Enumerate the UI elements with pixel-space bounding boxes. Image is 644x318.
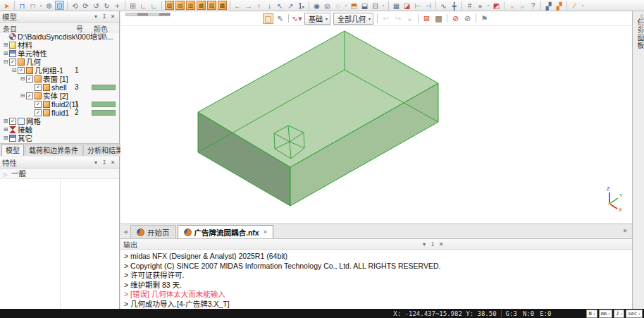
run-analysis[interactable]: ➤	[2, 1, 11, 10]
unit-length[interactable]: mm▾	[599, 310, 612, 318]
tree-item-geometry[interactable]: ⊟ ✓ 几何	[0, 58, 119, 66]
ucs-axis-1[interactable]: ∟	[139, 1, 148, 10]
view-left[interactable]: ▦	[197, 1, 206, 10]
tree-item-other[interactable]: ⊞ 其它	[0, 134, 119, 142]
tree-color-swatch[interactable]	[92, 110, 116, 116]
tree-expander-icon[interactable]: ⊞	[2, 49, 9, 58]
tree-item-fluid1[interactable]: ✓ fluid1 2	[0, 109, 119, 117]
pan-up[interactable]: ↑	[254, 1, 264, 10]
tree-checkbox[interactable]: ✓	[9, 59, 16, 66]
collapsed-arrow-icon[interactable]: ▷	[2, 170, 9, 180]
lock-open[interactable]: ⊓	[18, 1, 27, 10]
flag-tool[interactable]: ⚑	[479, 13, 490, 24]
panel-menu-icon[interactable]: ▾	[420, 241, 428, 247]
tree-item-project[interactable]: D:\BaiduSyncdisk\000培训\...	[0, 32, 119, 41]
tree-checkbox[interactable]: ✓	[26, 75, 33, 82]
query-info[interactable]: ?	[528, 1, 538, 10]
tab-scroll-right-icon[interactable]: ▶	[621, 224, 631, 237]
view-top[interactable]: ▤	[175, 1, 185, 10]
tree-color-swatch[interactable]	[92, 102, 116, 107]
rotate-left[interactable]: ⟲	[70, 1, 80, 10]
render-shaded-edges[interactable]: ◎	[323, 1, 332, 10]
selection-filter[interactable]: ∿▾	[292, 13, 302, 24]
rotate-right[interactable]: ⟳	[81, 1, 90, 10]
tree-expander-icon[interactable]: ⊞	[2, 126, 9, 134]
unit-time[interactable]: sec▾	[626, 310, 643, 318]
panel-pin-icon[interactable]: ↧	[100, 13, 109, 20]
tree-item-geometry-group-1[interactable]: ⊟ ✓ 几何组-1 1	[0, 66, 119, 75]
render-wireframe[interactable]: ◌	[333, 1, 342, 10]
contour-display[interactable]: ◩	[492, 1, 501, 10]
tree-item-contact[interactable]: ⊞ 接触	[0, 126, 119, 134]
pan-right[interactable]: →	[244, 1, 253, 10]
tree-item-mesh[interactable]: ⊞ ✓ 网格	[0, 117, 119, 126]
node-numbers[interactable]: ₙ	[507, 1, 516, 10]
tree-item-surface[interactable]: ⊟ ✓ 表面 [1]	[0, 75, 119, 83]
model-canvas[interactable]: Z Y X	[120, 26, 631, 224]
fluid-box[interactable]	[198, 31, 438, 206]
task-panel-strip[interactable]: 任务面板	[632, 11, 644, 309]
view-front[interactable]: ▥	[186, 1, 195, 10]
show-face[interactable]: ⬒	[349, 1, 359, 10]
tree-item-shell[interactable]: ✓ shell 3	[0, 83, 119, 92]
rotate-view-ccw[interactable]: ↖	[275, 1, 285, 10]
work-plane[interactable]: ◪	[402, 1, 411, 10]
check-topology[interactable]: ▞	[544, 1, 553, 10]
tree-checkbox[interactable]: ✓	[9, 118, 16, 125]
tab-loads-bc[interactable]: 载荷和边界条件	[25, 145, 82, 156]
mesh-tool[interactable]: ╋	[450, 1, 459, 10]
datum-axis-y[interactable]: ⊣	[423, 1, 433, 10]
viewport-3d[interactable]: Z Y X	[120, 26, 632, 224]
tree-expander-icon[interactable]: ⊟	[2, 58, 9, 66]
select-pick[interactable]: ⇖	[275, 13, 285, 24]
lock-closed[interactable]: ⊓	[28, 1, 37, 10]
ucs-axis-2[interactable]: ∟	[149, 1, 159, 10]
clip-plane-2[interactable]: ⊘	[462, 13, 473, 24]
select-target-combo[interactable]: 全部几何▾	[333, 13, 373, 25]
panel-close-icon[interactable]: ✕	[437, 241, 445, 247]
view-iso[interactable]: ▧	[165, 1, 174, 10]
panel-menu-icon[interactable]: ▾	[92, 13, 100, 20]
viewport-layout[interactable]: ⊞	[128, 1, 137, 10]
rotate-view-cw[interactable]: ↗	[286, 1, 295, 10]
loop-select-apply[interactable]: ▴	[404, 13, 415, 24]
element-numbers[interactable]: ₙ	[518, 1, 527, 10]
view-back[interactable]: ▨	[207, 1, 216, 10]
render-shaded[interactable]: ◉	[312, 1, 321, 10]
tree-checkbox[interactable]: ✓	[35, 109, 42, 116]
task-panel-grip[interactable]	[640, 14, 643, 38]
check-mesh-quality[interactable]: ▞	[555, 1, 564, 10]
tab-model[interactable]: 模型	[1, 145, 24, 156]
zoom-window[interactable]: ⊡	[55, 1, 64, 10]
unit-energy[interactable]: J▾	[614, 310, 624, 318]
panel-close-icon[interactable]: ✕	[109, 13, 117, 20]
grid-display[interactable]: ▦	[392, 1, 401, 10]
tree-checkbox[interactable]: ✓	[35, 84, 42, 91]
doc-tab-start-page[interactable]: 开始页	[130, 225, 176, 238]
clip-plane-1[interactable]: ⊘	[450, 13, 461, 24]
tree-checkbox[interactable]: ✓	[18, 67, 25, 74]
tree-expander-icon[interactable]: ⊟	[11, 66, 18, 75]
tree-expander-icon[interactable]: ⊞	[2, 134, 9, 142]
tree-item-fluid2[interactable]: ✓ fluid2(1) 1	[0, 100, 119, 109]
datum-axis-x[interactable]: ⊢	[413, 1, 422, 10]
tab-close-icon[interactable]: ×	[264, 228, 267, 236]
tree-expander-icon[interactable]: ⊟	[19, 92, 26, 100]
curve-function[interactable]: ∿	[439, 1, 448, 10]
view-bottom[interactable]: ▩	[218, 1, 227, 10]
measure-tool[interactable]: ⁄	[570, 1, 579, 10]
tree-expander-icon[interactable]: ⊞	[2, 41, 9, 49]
tree-expander-icon[interactable]: ⊟	[19, 75, 26, 83]
pan[interactable]: +	[113, 1, 122, 10]
show-edge[interactable]: ⬓	[360, 1, 369, 10]
loop-select-prev[interactable]: ↩	[380, 13, 391, 24]
tree-item-material[interactable]: ⊞ 材料	[0, 41, 119, 49]
display-colors[interactable]: ▩	[433, 13, 444, 24]
orbit-cw[interactable]: ↻	[102, 1, 111, 10]
hide-entity[interactable]: ⊠	[421, 13, 432, 24]
select-window[interactable]: ▢	[263, 13, 273, 24]
tree-color-swatch[interactable]	[92, 85, 116, 90]
step-angle[interactable]: 1▾	[297, 1, 306, 10]
panel-pin-icon[interactable]: ↧	[100, 159, 109, 166]
pan-down[interactable]: ↓	[265, 1, 274, 10]
